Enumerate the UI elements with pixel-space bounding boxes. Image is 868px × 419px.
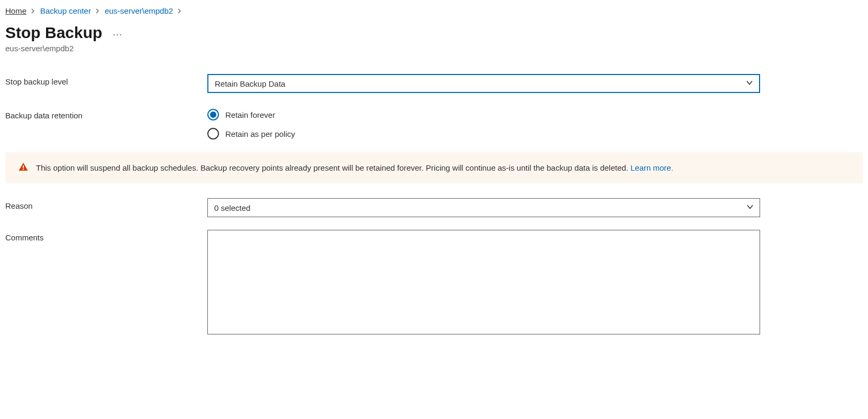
form-row-stop-level: Stop backup level Retain Backup Data	[5, 74, 863, 93]
page-subtitle: eus-server\empdb2	[5, 44, 863, 53]
breadcrumb-resource-link[interactable]: eus-server\empdb2	[105, 6, 173, 15]
reason-label: Reason	[5, 198, 207, 210]
retention-label: Backup data retention	[5, 108, 207, 120]
comments-label: Comments	[5, 230, 207, 242]
reason-value: 0 selected	[214, 203, 250, 212]
retention-radio-forever[interactable]: Retain forever	[207, 109, 760, 120]
stop-level-select[interactable]: Retain Backup Data	[207, 74, 760, 93]
svg-rect-1	[23, 169, 24, 170]
comments-textarea[interactable]	[207, 230, 760, 334]
breadcrumb: Home Backup center eus-server\empdb2	[5, 6, 863, 15]
chevron-right-icon	[31, 7, 36, 15]
retention-radio-policy[interactable]: Retain as per policy	[207, 128, 760, 139]
page-header: Stop Backup ···	[5, 24, 863, 42]
chevron-down-icon	[746, 203, 754, 213]
stop-level-label: Stop backup level	[5, 74, 207, 86]
breadcrumb-backup-center-link[interactable]: Backup center	[40, 6, 91, 15]
warning-banner: This option will suspend all backup sche…	[5, 152, 863, 183]
learn-more-link[interactable]: Learn more.	[631, 163, 673, 172]
form-row-retention: Backup data retention Retain forever Ret…	[5, 108, 863, 139]
more-actions-button[interactable]: ···	[113, 26, 122, 40]
radio-selected-icon	[207, 109, 219, 120]
form-row-reason: Reason 0 selected	[5, 198, 863, 217]
chevron-right-icon	[95, 7, 100, 15]
radio-unselected-icon	[207, 128, 219, 139]
warning-text: This option will suspend all backup sche…	[36, 163, 673, 172]
retention-policy-label: Retain as per policy	[225, 129, 295, 138]
breadcrumb-home-link[interactable]: Home	[5, 6, 26, 15]
stop-level-value: Retain Backup Data	[215, 79, 285, 88]
chevron-right-icon	[177, 7, 182, 15]
page-title: Stop Backup	[5, 24, 102, 42]
retention-forever-label: Retain forever	[225, 110, 275, 119]
warning-triangle-icon	[18, 162, 29, 174]
svg-rect-0	[23, 165, 24, 168]
retention-radio-group: Retain forever Retain as per policy	[207, 108, 760, 139]
reason-select[interactable]: 0 selected	[207, 198, 760, 217]
form-row-comments: Comments	[5, 230, 863, 336]
chevron-down-icon	[745, 79, 754, 89]
